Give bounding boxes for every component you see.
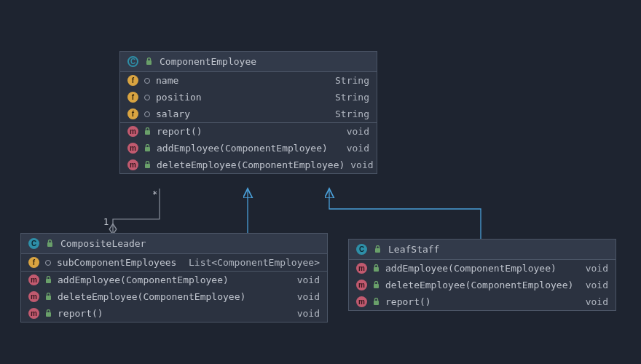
member-name: addEmployee(ComponentEmployee) bbox=[58, 274, 291, 285]
member-name: addEmployee(ComponentEmployee) bbox=[385, 263, 580, 274]
lock-icon bbox=[146, 58, 152, 66]
class-leaf-staff[interactable]: C LeafStaff m addEmployee(ComponentEmplo… bbox=[348, 239, 616, 311]
member-name: addEmployee(ComponentEmployee) bbox=[157, 143, 341, 154]
member-name: salary bbox=[156, 108, 329, 119]
class-title: CompositeLeader bbox=[60, 238, 320, 249]
class-composite-leader[interactable]: C CompositeLeader f subComponentEmployee… bbox=[20, 233, 328, 323]
method-row[interactable]: m addEmployee(ComponentEmployee) void bbox=[349, 260, 616, 277]
method-icon: m bbox=[28, 291, 39, 302]
field-icon: f bbox=[127, 92, 138, 103]
member-type: void bbox=[350, 159, 373, 170]
member-type: void bbox=[586, 296, 608, 307]
svg-rect-2 bbox=[145, 147, 150, 151]
field-row[interactable]: f subComponentEmployees List<ComponentEm… bbox=[21, 254, 327, 271]
lock-icon bbox=[144, 127, 151, 135]
svg-rect-7 bbox=[46, 312, 51, 317]
class-icon: C bbox=[356, 244, 367, 255]
lock-icon bbox=[45, 309, 52, 317]
member-type: void bbox=[297, 291, 320, 302]
member-type: void bbox=[297, 274, 320, 285]
method-row[interactable]: m addEmployee(ComponentEmployee) void bbox=[21, 271, 327, 288]
field-row[interactable]: f position String bbox=[120, 89, 377, 106]
class-component-employee[interactable]: C ComponentEmployee f name String f posi… bbox=[119, 51, 377, 174]
svg-rect-6 bbox=[46, 296, 51, 300]
member-name: report() bbox=[157, 126, 341, 137]
lock-icon bbox=[373, 281, 380, 289]
svg-rect-1 bbox=[145, 130, 150, 135]
lock-icon bbox=[47, 240, 53, 248]
field-icon: f bbox=[127, 108, 138, 119]
member-type: String bbox=[335, 108, 369, 119]
visibility-icon bbox=[144, 78, 150, 84]
multiplicity-many: * bbox=[152, 189, 157, 199]
method-icon: m bbox=[28, 274, 39, 285]
member-type: void bbox=[297, 308, 320, 319]
class-icon: C bbox=[28, 238, 39, 249]
field-row[interactable]: f name String bbox=[120, 72, 377, 89]
member-type: void bbox=[586, 280, 608, 290]
field-icon: f bbox=[28, 257, 39, 268]
svg-rect-4 bbox=[47, 242, 52, 247]
member-name: deleteEmployee(ComponentEmployee) bbox=[385, 280, 580, 290]
member-type: String bbox=[335, 75, 369, 86]
method-icon: m bbox=[356, 263, 367, 274]
method-icon: m bbox=[28, 308, 39, 319]
member-name: position bbox=[156, 92, 329, 103]
method-icon: m bbox=[356, 296, 367, 307]
lock-icon bbox=[45, 293, 52, 301]
lock-icon bbox=[373, 264, 380, 272]
member-type: List<ComponentEmployee> bbox=[189, 257, 320, 268]
lock-icon bbox=[374, 245, 381, 253]
method-icon: m bbox=[127, 143, 138, 154]
visibility-icon bbox=[144, 95, 150, 100]
svg-rect-11 bbox=[374, 301, 379, 305]
uml-canvas: { "componentEmployee":{ "title":"Compone… bbox=[0, 0, 641, 364]
member-name: name bbox=[156, 75, 329, 86]
method-row[interactable]: m report() void bbox=[21, 305, 327, 322]
svg-rect-3 bbox=[145, 164, 150, 168]
method-row[interactable]: m addEmployee(ComponentEmployee) void bbox=[120, 140, 377, 157]
member-name: subComponentEmployees bbox=[57, 257, 183, 268]
visibility-icon bbox=[144, 111, 150, 117]
method-icon: m bbox=[127, 159, 138, 170]
svg-rect-5 bbox=[46, 279, 51, 283]
lock-icon bbox=[144, 161, 151, 169]
svg-rect-9 bbox=[374, 267, 379, 272]
member-type: void bbox=[586, 263, 608, 274]
field-row[interactable]: f salary String bbox=[120, 106, 377, 122]
member-name: report() bbox=[58, 308, 291, 319]
multiplicity-one: 1 bbox=[103, 217, 109, 227]
svg-rect-8 bbox=[375, 248, 380, 253]
member-type: String bbox=[335, 92, 369, 103]
lock-icon bbox=[373, 298, 380, 306]
member-type: void bbox=[347, 126, 369, 137]
method-row[interactable]: m deleteEmployee(ComponentEmployee) void bbox=[21, 288, 327, 305]
method-icon: m bbox=[356, 280, 367, 290]
member-name: deleteEmployee(ComponentEmployee) bbox=[157, 159, 345, 170]
svg-rect-10 bbox=[374, 284, 379, 288]
visibility-icon bbox=[45, 260, 51, 266]
method-row[interactable]: m deleteEmployee(ComponentEmployee) void bbox=[120, 157, 377, 173]
class-header: C ComponentEmployee bbox=[120, 52, 377, 72]
field-icon: f bbox=[127, 75, 138, 86]
lock-icon bbox=[144, 144, 151, 152]
method-icon: m bbox=[127, 126, 138, 137]
method-row[interactable]: m report() void bbox=[120, 122, 377, 140]
method-row[interactable]: m deleteEmployee(ComponentEmployee) void bbox=[349, 277, 616, 293]
class-header: C LeafStaff bbox=[349, 240, 616, 260]
class-title: LeafStaff bbox=[388, 244, 608, 255]
member-type: void bbox=[347, 143, 369, 154]
class-header: C CompositeLeader bbox=[21, 234, 327, 254]
method-row[interactable]: m report() void bbox=[349, 293, 616, 310]
lock-icon bbox=[45, 276, 52, 284]
member-name: report() bbox=[385, 296, 580, 307]
class-title: ComponentEmployee bbox=[160, 56, 369, 67]
interface-icon: C bbox=[127, 56, 138, 67]
member-name: deleteEmployee(ComponentEmployee) bbox=[58, 291, 291, 302]
svg-rect-0 bbox=[146, 60, 152, 65]
